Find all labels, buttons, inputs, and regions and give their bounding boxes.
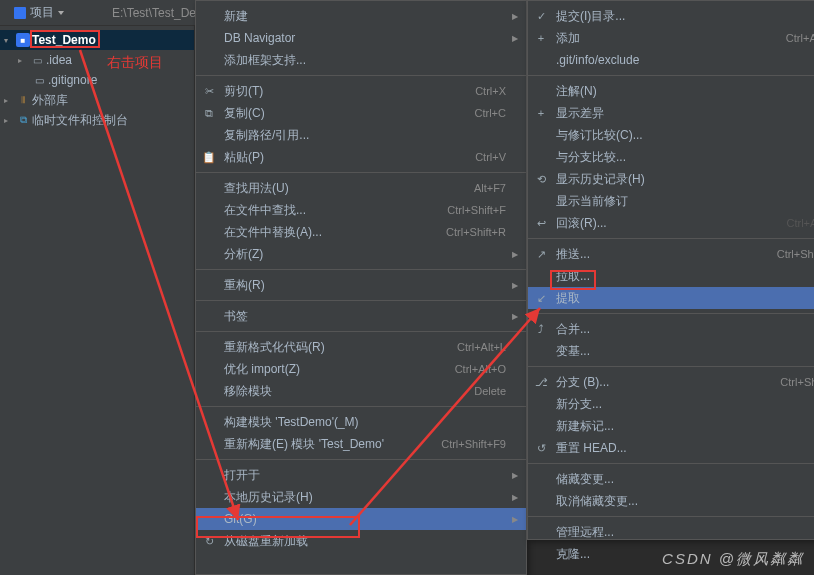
menu-item[interactable]: ↩回滚(R)...Ctrl+Alt+Z — [528, 212, 814, 234]
menu-shortcut: Ctrl+Shift+K — [777, 248, 814, 260]
menu-item-label: 合并... — [556, 321, 590, 338]
menu-icon: ⎇ — [534, 375, 548, 389]
menu-item[interactable]: 在文件中替换(A)...Ctrl+Shift+R — [196, 221, 526, 243]
chevron-right-icon: ▸ — [4, 96, 14, 105]
menu-item[interactable]: ⤴合并... — [528, 318, 814, 340]
module-icon: ■ — [16, 33, 30, 47]
tree-folder-idea[interactable]: ▸ ▭ .idea — [0, 50, 194, 70]
menu-item-label: 重置 HEAD... — [556, 440, 627, 457]
menu-item[interactable]: 重构(R)▶ — [196, 274, 526, 296]
menu-item[interactable]: 构建模块 'TestDemo'(_M) — [196, 411, 526, 433]
menu-item[interactable]: 显示当前修订 — [528, 190, 814, 212]
menu-item[interactable]: 管理远程... — [528, 521, 814, 543]
menu-item[interactable]: ↺重置 HEAD... — [528, 437, 814, 459]
project-tool-tab[interactable]: 项目 — [6, 2, 72, 23]
menu-item-label: 新建 — [224, 8, 248, 25]
menu-item[interactable]: 重新格式化代码(R)Ctrl+Alt+L — [196, 336, 526, 358]
menu-item[interactable]: ⟲显示历史记录(H) — [528, 168, 814, 190]
menu-item[interactable]: 变基... — [528, 340, 814, 362]
tree-external-libs[interactable]: ▸ ⫴ 外部库 — [0, 90, 194, 110]
menu-icon: ⟲ — [534, 172, 548, 186]
menu-item-label: 构建模块 'TestDemo'(_M) — [224, 414, 359, 431]
chevron-right-icon: ▶ — [512, 250, 518, 259]
menu-item[interactable]: 本地历史记录(H)▶ — [196, 486, 526, 508]
menu-item-label: 添加 — [556, 30, 580, 47]
tree-label: 临时文件和控制台 — [32, 112, 128, 129]
menu-item[interactable]: 移除模块Delete — [196, 380, 526, 402]
console-icon: ⧉ — [16, 113, 30, 127]
tree-label: .idea — [46, 53, 72, 67]
menu-separator — [528, 75, 814, 76]
menu-item-label: 储藏变更... — [556, 471, 614, 488]
menu-item[interactable]: 📋粘贴(P)Ctrl+V — [196, 146, 526, 168]
menu-item-label: 本地历史记录(H) — [224, 489, 313, 506]
menu-item[interactable]: 书签▶ — [196, 305, 526, 327]
chevron-down-icon — [58, 11, 64, 15]
menu-separator — [196, 406, 526, 407]
menu-icon: ⤴ — [534, 322, 548, 336]
menu-item[interactable]: 与分支比较... — [528, 146, 814, 168]
annotation-label: 右击项目 — [107, 54, 163, 72]
menu-item[interactable]: +显示差异 — [528, 102, 814, 124]
menu-item-label: 注解(N) — [556, 83, 597, 100]
highlight-box — [196, 516, 360, 538]
project-tree: ▾ ■ Test_Demo ▸ ▭ .idea ▭ .gitignore ▸ ⫴… — [0, 26, 195, 575]
menu-item[interactable]: 注解(N) — [528, 80, 814, 102]
menu-separator — [196, 459, 526, 460]
tree-label: .gitignore — [48, 73, 97, 87]
menu-item[interactable]: ⎇分支 (B)...Ctrl+Shift+` — [528, 371, 814, 393]
menu-item[interactable]: ↙提取 — [528, 287, 814, 309]
menu-item[interactable]: 分析(Z)▶ — [196, 243, 526, 265]
menu-item[interactable]: 查找用法(U)Alt+F7 — [196, 177, 526, 199]
menu-item[interactable]: 取消储藏变更... — [528, 490, 814, 512]
chevron-right-icon: ▸ — [4, 116, 14, 125]
menu-item[interactable]: 重新构建(E) 模块 'Test_Demo'Ctrl+Shift+F9 — [196, 433, 526, 455]
menu-shortcut: Ctrl+Shift+` — [780, 376, 814, 388]
menu-item[interactable]: DB Navigator▶ — [196, 27, 526, 49]
menu-item[interactable]: 复制路径/引用... — [196, 124, 526, 146]
menu-shortcut: Ctrl+Shift+R — [446, 226, 506, 238]
chevron-right-icon: ▶ — [512, 281, 518, 290]
menu-item[interactable]: 新建▶ — [196, 5, 526, 27]
menu-item-label: 添加框架支持... — [224, 52, 306, 69]
menu-shortcut: Ctrl+Alt+Z — [786, 217, 814, 229]
menu-item-label: 在文件中替换(A)... — [224, 224, 322, 241]
menu-separator — [196, 300, 526, 301]
menu-item-label: 重新格式化代码(R) — [224, 339, 325, 356]
menu-item-label: 移除模块 — [224, 383, 272, 400]
menu-item-label: 显示当前修订 — [556, 193, 628, 210]
menu-shortcut: Ctrl+C — [475, 107, 506, 119]
menu-item[interactable]: ⧉复制(C)Ctrl+C — [196, 102, 526, 124]
menu-item[interactable]: .git/info/exclude — [528, 49, 814, 71]
menu-item-label: 提交(I)目录... — [556, 8, 625, 25]
menu-item[interactable]: +添加Ctrl+Alt+A — [528, 27, 814, 49]
menu-shortcut: Ctrl+Shift+F9 — [441, 438, 506, 450]
menu-item-label: 显示差异 — [556, 105, 604, 122]
menu-item[interactable]: ↗推送...Ctrl+Shift+K — [528, 243, 814, 265]
menu-item[interactable]: 与修订比较(C)... — [528, 124, 814, 146]
tree-file-gitignore[interactable]: ▭ .gitignore — [0, 70, 194, 90]
menu-icon: ↙ — [534, 291, 548, 305]
menu-item[interactable]: 添加框架支持... — [196, 49, 526, 71]
menu-item[interactable]: 新分支... — [528, 393, 814, 415]
menu-item-label: 复制(C) — [224, 105, 265, 122]
project-tab-label: 项目 — [30, 4, 54, 21]
menu-shortcut: Alt+F7 — [474, 182, 506, 194]
menu-item[interactable]: 新建标记... — [528, 415, 814, 437]
menu-shortcut: Ctrl+Alt+O — [455, 363, 506, 375]
menu-item[interactable]: 在文件中查找...Ctrl+Shift+F — [196, 199, 526, 221]
menu-shortcut: Ctrl+X — [475, 85, 506, 97]
menu-item[interactable]: ✂剪切(T)Ctrl+X — [196, 80, 526, 102]
menu-item[interactable]: 储藏变更... — [528, 468, 814, 490]
chevron-right-icon: ▶ — [512, 34, 518, 43]
menu-shortcut: Ctrl+V — [475, 151, 506, 163]
menu-item[interactable]: 优化 import(Z)Ctrl+Alt+O — [196, 358, 526, 380]
menu-item[interactable]: 打开于▶ — [196, 464, 526, 486]
menu-item-label: 书签 — [224, 308, 248, 325]
menu-item[interactable]: ✓提交(I)目录... — [528, 5, 814, 27]
menu-separator — [196, 172, 526, 173]
menu-item-label: 重构(R) — [224, 277, 265, 294]
menu-icon: ✂ — [202, 84, 216, 98]
context-menu-main: 新建▶DB Navigator▶添加框架支持...✂剪切(T)Ctrl+X⧉复制… — [195, 0, 527, 575]
tree-scratches[interactable]: ▸ ⧉ 临时文件和控制台 — [0, 110, 194, 130]
